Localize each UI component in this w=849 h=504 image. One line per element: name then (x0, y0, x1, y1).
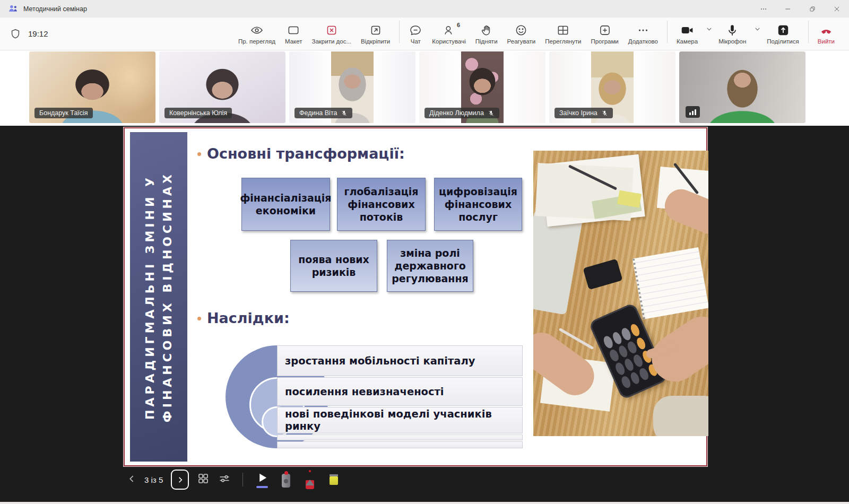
toolbar-separator (399, 21, 400, 43)
share-arrow-icon (776, 23, 790, 37)
slide-heading-consequences: Наслідки: (207, 310, 290, 326)
participant-name-badge: Бондарук Таїсія (34, 108, 93, 118)
presenter-control-bar: 3 із 5 (127, 465, 366, 494)
slide-vertical-title-line2: ФІНАНСОВИХ ВІДНОСИНАХ (161, 171, 174, 422)
more-dots-icon (636, 23, 650, 37)
view-button[interactable]: Переглянути (540, 21, 586, 47)
timer-value: 19:12 (28, 29, 48, 38)
chat-icon (409, 23, 422, 37)
transformation-box: поява нових ризиків (290, 240, 377, 292)
transformation-box: фінансіалізація економіки (241, 178, 330, 231)
apps-plus-icon (598, 23, 612, 37)
window-close-button[interactable] (825, 0, 849, 18)
transformation-box: глобалізація фінансових потоків (337, 178, 426, 231)
mic-off-icon (341, 110, 348, 117)
pen-tool[interactable] (302, 471, 318, 489)
video-tile[interactable]: Бондарук Таїсія (29, 51, 155, 123)
presenter-bar-separator (242, 473, 243, 486)
meeting-timer: 19:12 (10, 28, 48, 40)
chat-button[interactable]: Чат (404, 21, 427, 47)
layout-button[interactable]: Макет (280, 21, 307, 47)
highlighter-tool[interactable] (326, 474, 342, 485)
shield-icon (10, 28, 21, 40)
gallery-view-icon (556, 23, 570, 37)
slide-options-button[interactable] (218, 472, 231, 487)
next-slide-button[interactable] (171, 470, 189, 490)
teams-logo-icon (7, 3, 19, 14)
video-tile[interactable]: Діденко Людмила (419, 51, 545, 123)
window-title: Методичний семінар (23, 5, 87, 13)
meeting-toolbar: 19:12 Пр. перегляд Макет Закрити дос... (0, 18, 849, 50)
participant-name-badge: Діденко Людмила (424, 108, 499, 118)
leave-button[interactable]: Вийти (813, 21, 839, 47)
microphone-icon (725, 23, 739, 37)
mic-off-icon (488, 110, 495, 117)
more-options-button[interactable]: Додатково (623, 21, 663, 47)
pointer-icon (256, 472, 268, 484)
signal-bars-icon (686, 106, 700, 118)
participant-count-badge: 6 (457, 22, 460, 28)
grid-view-button[interactable] (197, 472, 210, 487)
eye-icon (250, 23, 264, 37)
active-tool-underline (256, 486, 268, 488)
window-more-button[interactable] (751, 0, 776, 18)
video-tile[interactable]: Заїчко Ірина (549, 51, 675, 123)
window-minimize-button[interactable] (776, 0, 800, 18)
people-icon: 6 (442, 23, 456, 37)
stop-sharing-icon (325, 23, 339, 37)
video-tile[interactable]: Федина Віта (289, 51, 415, 123)
raise-hand-icon (480, 23, 493, 37)
slide-photo-finance-desk (533, 151, 708, 436)
participant-name-badge: Федина Віта (294, 108, 352, 118)
pointer-tool[interactable] (254, 472, 270, 488)
unpin-icon (369, 23, 383, 37)
video-tile[interactable]: Ковернінська Юлія (159, 51, 285, 123)
raise-hand-button[interactable]: Підняти (471, 21, 503, 47)
microphone-button[interactable]: Мікрофон (714, 21, 751, 47)
microphone-chevron-icon[interactable] (754, 25, 761, 47)
leave-call-icon (818, 23, 834, 37)
consequence-bar: посилення невизначеності (277, 377, 523, 406)
prev-slide-button[interactable] (127, 474, 136, 485)
share-button[interactable]: Поділитися (762, 21, 803, 47)
react-button[interactable]: Реагувати (503, 21, 541, 47)
unpin-button[interactable]: Відкріпити (356, 21, 395, 47)
camera-button[interactable]: Камера (672, 21, 703, 47)
layout-icon (287, 23, 300, 37)
preview-button[interactable]: Пр. перегляд (233, 21, 280, 47)
consequence-bar: зростання мобільності капіталу (277, 345, 523, 376)
camera-icon (680, 23, 695, 37)
toolbar-separator (808, 21, 809, 43)
consequence-bar: нові поведінкові моделі учасників ринку (277, 407, 523, 433)
participants-button[interactable]: 6 Користувачі (427, 21, 470, 47)
transformation-box: цифровізація фінансових послуг (434, 178, 522, 231)
consequence-bar-empty (277, 435, 523, 440)
participant-video-strip: Бондарук Таїсія Ковернінська Юлія Федина… (0, 50, 849, 126)
transformation-box: зміна ролі державного регулювання (387, 240, 473, 292)
window-restore-button[interactable] (800, 0, 825, 18)
participant-name-badge: Заїчко Ірина (555, 108, 613, 118)
title-bar: Методичний семінар (0, 0, 849, 18)
camera-chevron-icon[interactable] (706, 25, 713, 47)
slide-vertical-title-line1: ПАРАДИГМАЛЬНІ ЗМІНИ У (143, 175, 157, 420)
slide-vertical-title-panel: ПАРАДИГМАЛЬНІ ЗМІНИ У ФІНАНСОВИХ ВІДНОСИ… (130, 132, 187, 462)
slide-heading-transformations: Основні трансформації: (207, 145, 405, 162)
laser-pointer-tool[interactable] (278, 472, 294, 488)
teams-meeting-window: Методичний семінар 19:12 (0, 0, 849, 504)
mic-off-icon (601, 110, 608, 117)
react-smiley-icon (514, 23, 528, 37)
participant-name-badge: Ковернінська Юлія (164, 108, 232, 118)
consequence-bar-empty (277, 441, 523, 448)
shared-slide: ПАРАДИГМАЛЬНІ ЗМІНИ У ФІНАНСОВИХ ВІДНОСИ… (124, 127, 707, 466)
toolbar-separator (667, 21, 668, 43)
apps-button[interactable]: Програми (586, 21, 623, 47)
screen-share-stage: ПАРАДИГМАЛЬНІ ЗМІНИ У ФІНАНСОВИХ ВІДНОСИ… (0, 126, 849, 502)
video-tile[interactable] (679, 51, 805, 123)
stop-sharing-button[interactable]: Закрити дос... (307, 21, 356, 47)
slide-page-indicator: 3 із 5 (144, 475, 163, 484)
screen-bottom-edge (0, 502, 849, 504)
